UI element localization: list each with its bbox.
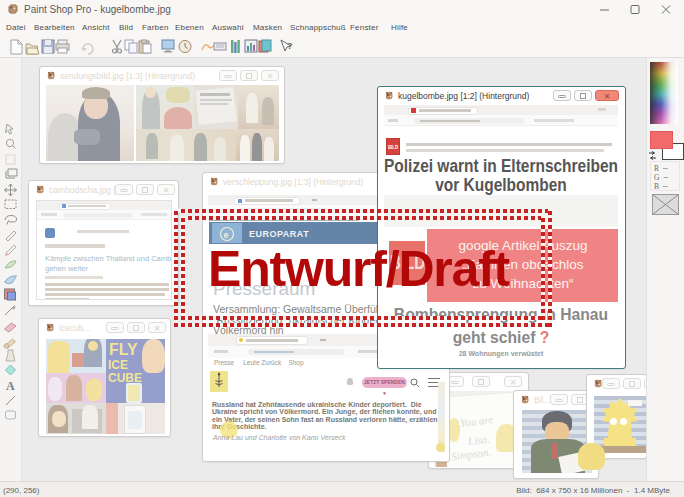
svg-text:A: A [6,379,15,393]
svg-text:?: ? [287,41,293,51]
svg-text:e: e [224,230,229,240]
